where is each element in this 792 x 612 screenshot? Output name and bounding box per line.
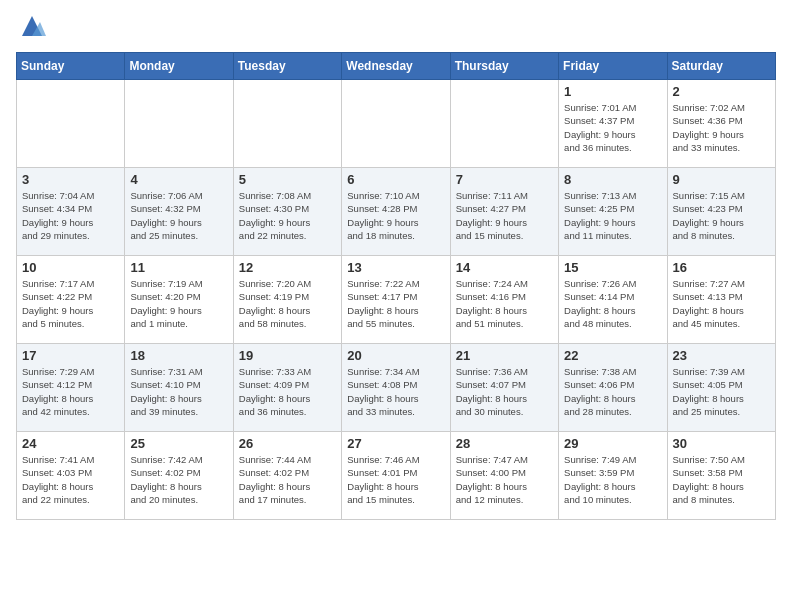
- calendar-cell: 18Sunrise: 7:31 AM Sunset: 4:10 PM Dayli…: [125, 344, 233, 432]
- day-number: 26: [239, 436, 336, 451]
- calendar-week-row: 10Sunrise: 7:17 AM Sunset: 4:22 PM Dayli…: [17, 256, 776, 344]
- calendar-cell: 8Sunrise: 7:13 AM Sunset: 4:25 PM Daylig…: [559, 168, 667, 256]
- logo-icon: [18, 12, 46, 40]
- calendar-cell: 10Sunrise: 7:17 AM Sunset: 4:22 PM Dayli…: [17, 256, 125, 344]
- day-number: 20: [347, 348, 444, 363]
- day-of-week-header: Thursday: [450, 53, 558, 80]
- calendar-cell: 7Sunrise: 7:11 AM Sunset: 4:27 PM Daylig…: [450, 168, 558, 256]
- calendar-cell: 2Sunrise: 7:02 AM Sunset: 4:36 PM Daylig…: [667, 80, 775, 168]
- calendar-cell: 15Sunrise: 7:26 AM Sunset: 4:14 PM Dayli…: [559, 256, 667, 344]
- calendar-cell: 22Sunrise: 7:38 AM Sunset: 4:06 PM Dayli…: [559, 344, 667, 432]
- day-number: 23: [673, 348, 770, 363]
- calendar-cell: 4Sunrise: 7:06 AM Sunset: 4:32 PM Daylig…: [125, 168, 233, 256]
- calendar-cell: 5Sunrise: 7:08 AM Sunset: 4:30 PM Daylig…: [233, 168, 341, 256]
- day-info: Sunrise: 7:22 AM Sunset: 4:17 PM Dayligh…: [347, 277, 444, 330]
- day-info: Sunrise: 7:47 AM Sunset: 4:00 PM Dayligh…: [456, 453, 553, 506]
- day-number: 17: [22, 348, 119, 363]
- day-info: Sunrise: 7:42 AM Sunset: 4:02 PM Dayligh…: [130, 453, 227, 506]
- day-of-week-header: Monday: [125, 53, 233, 80]
- calendar-cell: 9Sunrise: 7:15 AM Sunset: 4:23 PM Daylig…: [667, 168, 775, 256]
- day-number: 9: [673, 172, 770, 187]
- day-info: Sunrise: 7:11 AM Sunset: 4:27 PM Dayligh…: [456, 189, 553, 242]
- day-info: Sunrise: 7:13 AM Sunset: 4:25 PM Dayligh…: [564, 189, 661, 242]
- calendar-cell: 11Sunrise: 7:19 AM Sunset: 4:20 PM Dayli…: [125, 256, 233, 344]
- calendar-cell: 13Sunrise: 7:22 AM Sunset: 4:17 PM Dayli…: [342, 256, 450, 344]
- calendar-cell: 3Sunrise: 7:04 AM Sunset: 4:34 PM Daylig…: [17, 168, 125, 256]
- day-info: Sunrise: 7:29 AM Sunset: 4:12 PM Dayligh…: [22, 365, 119, 418]
- day-number: 19: [239, 348, 336, 363]
- calendar-cell: 21Sunrise: 7:36 AM Sunset: 4:07 PM Dayli…: [450, 344, 558, 432]
- day-info: Sunrise: 7:49 AM Sunset: 3:59 PM Dayligh…: [564, 453, 661, 506]
- calendar-cell: 29Sunrise: 7:49 AM Sunset: 3:59 PM Dayli…: [559, 432, 667, 520]
- day-info: Sunrise: 7:26 AM Sunset: 4:14 PM Dayligh…: [564, 277, 661, 330]
- day-number: 29: [564, 436, 661, 451]
- calendar-cell: 6Sunrise: 7:10 AM Sunset: 4:28 PM Daylig…: [342, 168, 450, 256]
- day-number: 27: [347, 436, 444, 451]
- day-info: Sunrise: 7:01 AM Sunset: 4:37 PM Dayligh…: [564, 101, 661, 154]
- calendar-cell: [125, 80, 233, 168]
- day-number: 10: [22, 260, 119, 275]
- calendar-cell: [233, 80, 341, 168]
- day-info: Sunrise: 7:31 AM Sunset: 4:10 PM Dayligh…: [130, 365, 227, 418]
- day-info: Sunrise: 7:27 AM Sunset: 4:13 PM Dayligh…: [673, 277, 770, 330]
- day-info: Sunrise: 7:06 AM Sunset: 4:32 PM Dayligh…: [130, 189, 227, 242]
- calendar-week-row: 3Sunrise: 7:04 AM Sunset: 4:34 PM Daylig…: [17, 168, 776, 256]
- day-number: 1: [564, 84, 661, 99]
- calendar-cell: 1Sunrise: 7:01 AM Sunset: 4:37 PM Daylig…: [559, 80, 667, 168]
- day-number: 11: [130, 260, 227, 275]
- day-number: 6: [347, 172, 444, 187]
- day-info: Sunrise: 7:24 AM Sunset: 4:16 PM Dayligh…: [456, 277, 553, 330]
- day-info: Sunrise: 7:41 AM Sunset: 4:03 PM Dayligh…: [22, 453, 119, 506]
- day-number: 22: [564, 348, 661, 363]
- calendar-cell: 26Sunrise: 7:44 AM Sunset: 4:02 PM Dayli…: [233, 432, 341, 520]
- day-info: Sunrise: 7:08 AM Sunset: 4:30 PM Dayligh…: [239, 189, 336, 242]
- calendar-cell: 20Sunrise: 7:34 AM Sunset: 4:08 PM Dayli…: [342, 344, 450, 432]
- day-info: Sunrise: 7:04 AM Sunset: 4:34 PM Dayligh…: [22, 189, 119, 242]
- day-number: 15: [564, 260, 661, 275]
- day-info: Sunrise: 7:36 AM Sunset: 4:07 PM Dayligh…: [456, 365, 553, 418]
- day-number: 21: [456, 348, 553, 363]
- day-info: Sunrise: 7:50 AM Sunset: 3:58 PM Dayligh…: [673, 453, 770, 506]
- day-of-week-header: Saturday: [667, 53, 775, 80]
- day-number: 25: [130, 436, 227, 451]
- day-info: Sunrise: 7:38 AM Sunset: 4:06 PM Dayligh…: [564, 365, 661, 418]
- day-of-week-header: Friday: [559, 53, 667, 80]
- day-number: 16: [673, 260, 770, 275]
- day-number: 3: [22, 172, 119, 187]
- calendar-cell: 30Sunrise: 7:50 AM Sunset: 3:58 PM Dayli…: [667, 432, 775, 520]
- day-info: Sunrise: 7:44 AM Sunset: 4:02 PM Dayligh…: [239, 453, 336, 506]
- calendar-cell: 27Sunrise: 7:46 AM Sunset: 4:01 PM Dayli…: [342, 432, 450, 520]
- day-info: Sunrise: 7:39 AM Sunset: 4:05 PM Dayligh…: [673, 365, 770, 418]
- day-number: 5: [239, 172, 336, 187]
- day-info: Sunrise: 7:17 AM Sunset: 4:22 PM Dayligh…: [22, 277, 119, 330]
- calendar-cell: 19Sunrise: 7:33 AM Sunset: 4:09 PM Dayli…: [233, 344, 341, 432]
- calendar-cell: [342, 80, 450, 168]
- calendar-week-row: 17Sunrise: 7:29 AM Sunset: 4:12 PM Dayli…: [17, 344, 776, 432]
- day-number: 4: [130, 172, 227, 187]
- day-info: Sunrise: 7:33 AM Sunset: 4:09 PM Dayligh…: [239, 365, 336, 418]
- calendar-header-row: SundayMondayTuesdayWednesdayThursdayFrid…: [17, 53, 776, 80]
- page-header: [16, 16, 776, 40]
- calendar-cell: 25Sunrise: 7:42 AM Sunset: 4:02 PM Dayli…: [125, 432, 233, 520]
- day-number: 28: [456, 436, 553, 451]
- day-info: Sunrise: 7:46 AM Sunset: 4:01 PM Dayligh…: [347, 453, 444, 506]
- calendar-week-row: 24Sunrise: 7:41 AM Sunset: 4:03 PM Dayli…: [17, 432, 776, 520]
- day-info: Sunrise: 7:34 AM Sunset: 4:08 PM Dayligh…: [347, 365, 444, 418]
- calendar-cell: 16Sunrise: 7:27 AM Sunset: 4:13 PM Dayli…: [667, 256, 775, 344]
- calendar-cell: 23Sunrise: 7:39 AM Sunset: 4:05 PM Dayli…: [667, 344, 775, 432]
- day-number: 8: [564, 172, 661, 187]
- day-info: Sunrise: 7:02 AM Sunset: 4:36 PM Dayligh…: [673, 101, 770, 154]
- day-info: Sunrise: 7:10 AM Sunset: 4:28 PM Dayligh…: [347, 189, 444, 242]
- day-info: Sunrise: 7:15 AM Sunset: 4:23 PM Dayligh…: [673, 189, 770, 242]
- day-number: 12: [239, 260, 336, 275]
- calendar-cell: [17, 80, 125, 168]
- day-number: 18: [130, 348, 227, 363]
- day-number: 13: [347, 260, 444, 275]
- day-number: 2: [673, 84, 770, 99]
- day-info: Sunrise: 7:20 AM Sunset: 4:19 PM Dayligh…: [239, 277, 336, 330]
- calendar-cell: 24Sunrise: 7:41 AM Sunset: 4:03 PM Dayli…: [17, 432, 125, 520]
- day-number: 7: [456, 172, 553, 187]
- calendar-cell: [450, 80, 558, 168]
- calendar-cell: 14Sunrise: 7:24 AM Sunset: 4:16 PM Dayli…: [450, 256, 558, 344]
- day-of-week-header: Sunday: [17, 53, 125, 80]
